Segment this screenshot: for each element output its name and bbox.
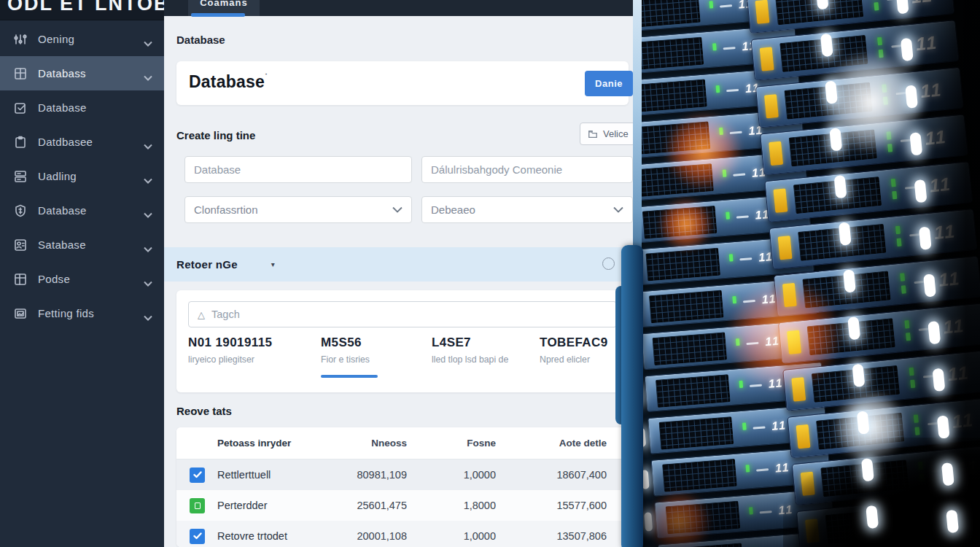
sidebar-item-label: Satabase [38,238,144,251]
sidebar-item-database2[interactable]: Database [0,193,164,228]
checkbox-checked[interactable] [190,529,205,544]
sidebar-item-databass[interactable]: Databass [0,56,164,90]
chevron-down-icon [144,242,152,248]
columns-icon [13,272,28,287]
rail-light [847,317,860,340]
triangle-icon: △ [198,309,205,320]
rail-light [816,0,829,9]
rail-light [852,364,865,387]
page-title: Database˙ [189,72,268,92]
stat-value: TOBEFAC9 [540,335,621,350]
top-tab-label: Coamans [188,0,260,12]
row-value: 15577,600 [496,500,607,511]
sidebar: ODL ET LNTOB Oening Databass Database Da… [0,0,164,547]
sidebar-item-label: Uadling [38,170,144,182]
rail-light [825,80,838,104]
stat-tab-1[interactable]: N01 19019115 liryeico pliegitser [188,335,321,365]
rail-light [932,368,945,392]
sidebar-item-label: Databass [38,67,144,79]
data-table: Petoass inryder Nneoss Fosne Aote detle … [176,427,629,547]
rail-light [857,411,870,434]
column-header: Aote detle [496,438,607,449]
chevron-down-icon [144,71,152,77]
rail-light [937,415,950,438]
sidebar-item-satabase[interactable]: Satabase [0,228,164,262]
table-row[interactable]: Retovre trtodet 20001,108 1,0000 13507,8… [176,521,629,547]
stat-tab-4[interactable]: TOBEFAC9 Npred elicler [540,335,621,365]
photo-clip: 11 11 11 11 [633,0,980,547]
rail-light [919,227,932,250]
server-stack-icon [13,169,28,184]
table-grid-icon [13,66,28,81]
rail-light [923,274,936,297]
stat-value: L4SE7 [432,335,540,350]
users-icon [13,238,28,252]
checkbox-green[interactable] [190,498,205,513]
table-header-row: Petoass inryder Nneoss Fosne Aote detle [176,427,629,459]
server-rack-photo: 11 11 11 11 [633,0,980,547]
light-strip [633,0,642,263]
sidebar-item-oening[interactable]: Oening [0,22,164,56]
row-value: 1,0000 [407,530,496,542]
rail-light [843,269,856,292]
primary-action-button[interactable]: Danie [585,71,633,96]
page-header-card: Database˙ Danie [176,61,629,105]
stat-tab-3[interactable]: L4SE7 lled tlop lsd bapi de [432,335,540,365]
band-label: Retoer nGe [176,258,238,271]
shield-dollar-icon [13,203,28,218]
chevron-down-icon [144,36,152,42]
database-name-input[interactable] [184,156,412,183]
check-square-icon [13,101,28,115]
chevron-down-icon [144,174,152,179]
rail-light [941,462,954,486]
row-name: Rettlerttuell [217,469,334,481]
rail-light [901,38,914,61]
clipboard-icon [13,135,28,150]
rail-light [896,0,909,14]
sidebar-item-datdbasee[interactable]: Datdbasee [0,125,164,159]
rail-light [861,458,874,481]
form-section-heading: Create ling tine [176,129,255,141]
rail-light [928,321,941,344]
rail-light [905,85,918,108]
velice-button[interactable]: Velice [580,123,638,145]
stat-tab-2-active[interactable]: M5S56 Fior e tisries [321,335,432,365]
app-logo: ODL ET LNTOB [0,0,164,20]
stats-tabs: N01 19019115 liryeico pliegitser M5S56 F… [188,335,621,365]
sidebar-item-podse[interactable]: Podse [0,262,164,296]
sidebar-item-uadling[interactable]: Uadling [0,159,164,193]
row-value: 20001,108 [334,530,407,542]
table-row[interactable]: Perterdder 25601,475 1,8000 15577,600 [176,490,629,521]
sidebar-item-fetting-fids[interactable]: Fetting fids [0,296,164,330]
rail-light [829,128,842,151]
active-tab-underline [191,13,245,17]
table-row[interactable]: Rettlerttuell 80981,109 1,0000 18607,400 [176,459,629,490]
rail-light [946,510,959,533]
caret-down-icon[interactable]: ▾ [271,260,275,268]
database-select[interactable]: Debeaeo [421,196,633,223]
sidebar-item-database[interactable]: Database [0,90,164,125]
sidebar-item-label: Database [38,101,152,114]
configuration-select[interactable]: Clonfassrtion [184,196,412,223]
select-value: Clonfassrtion [194,203,392,216]
column-header: Nneoss [334,438,407,449]
stat-value: M5S56 [321,335,432,350]
row-value: 80981,109 [334,469,407,481]
chevron-down-icon [613,206,623,213]
checkbox-checked[interactable] [190,468,205,483]
row-value: 1,8000 [407,500,496,511]
description-input[interactable] [421,156,633,183]
breadcrumb: Database [176,34,225,46]
velice-button-label: Velice [603,128,629,139]
chevron-down-icon [144,139,152,145]
sliders-icon [13,32,28,47]
select-value: Debeaeo [431,203,613,216]
rack-frame-edge [621,245,643,547]
sidebar-item-label: Fetting fids [38,307,144,319]
column-header: Petoass inryder [217,438,334,449]
search-input[interactable]: △ Tagch [188,301,617,327]
chevron-down-icon [392,206,402,213]
sidebar-item-label: Podse [38,273,144,285]
sidebar-nav: Oening Databass Database Datdbasee Uadli… [0,22,164,330]
stats-card: △ Tagch N01 19019115 liryeico pliegitser… [176,290,629,392]
